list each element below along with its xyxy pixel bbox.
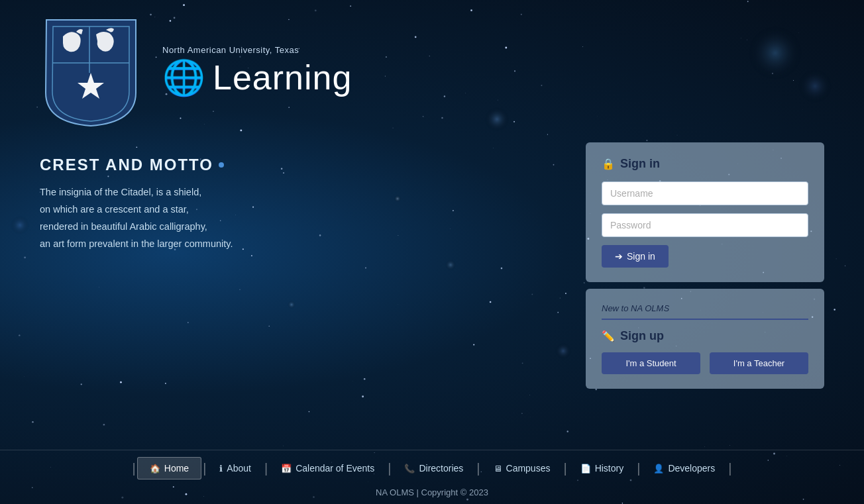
logo-text-area: North American University, Texas 🌐 Learn…: [162, 45, 352, 98]
nav-item-calendar[interactable]: 📅 Calendar of Events: [269, 458, 386, 479]
campuses-icon: 🖥: [494, 464, 502, 474]
signin-button[interactable]: ➔ Sign in: [602, 245, 669, 268]
home-icon: 🏠: [150, 464, 160, 474]
university-name: North American University, Texas: [162, 45, 352, 55]
nav-separator-end: |: [727, 461, 733, 476]
nav-bar: | 🏠 Home | ℹ About | 📅 Calendar of Event…: [0, 450, 864, 483]
nav-item-developers[interactable]: 👤 Developers: [641, 458, 727, 479]
nav-item-about[interactable]: ℹ About: [207, 458, 263, 479]
signup-panel: New to NA OLMS ✏️ Sign up I'm a Student …: [586, 289, 824, 389]
nav-sep-1: |: [201, 461, 207, 476]
nav-sep-2: |: [263, 461, 269, 476]
phone-icon: 📞: [404, 464, 415, 474]
footer: NA OLMS | Copyright © 2023: [0, 483, 864, 504]
nav-sep-4: |: [475, 461, 481, 476]
separator: [602, 319, 808, 320]
developers-icon: 👤: [653, 464, 664, 474]
history-icon: 📄: [580, 464, 591, 474]
nav-item-campuses[interactable]: 🖥 Campuses: [482, 458, 563, 479]
header: North American University, Texas 🌐 Learn…: [0, 0, 864, 142]
nav-sep-6: |: [635, 461, 641, 476]
shield-logo: [40, 13, 142, 129]
about-icon: ℹ: [219, 464, 223, 474]
teacher-button[interactable]: I'm a Teacher: [710, 352, 808, 374]
signin-panel: 🔒 Sign in ➔ Sign in: [586, 142, 824, 282]
signup-buttons: I'm a Student I'm a Teacher: [602, 352, 808, 374]
new-to-label: New to NA OLMS: [602, 303, 808, 313]
main-body: CREST AND MOTTO The insignia of the Cita…: [0, 142, 864, 450]
crest-description: The insignia of the Citadel, is a shield…: [40, 183, 572, 252]
username-input[interactable]: [602, 181, 808, 205]
nav-item-directories[interactable]: 📞 Directories: [392, 458, 475, 479]
password-input[interactable]: [602, 213, 808, 237]
crest-title: CREST AND MOTTO: [40, 156, 572, 174]
learning-title: 🌐 Learning: [162, 58, 352, 98]
signup-title: ✏️ Sign up: [602, 329, 808, 343]
nav-sep-3: |: [386, 461, 392, 476]
edit-icon: ✏️: [602, 330, 615, 342]
student-button[interactable]: I'm a Student: [602, 352, 700, 374]
left-content: CREST AND MOTTO The insignia of the Cita…: [40, 142, 572, 450]
lock-icon: 🔒: [602, 158, 615, 170]
right-panels: 🔒 Sign in ➔ Sign in New to NA OLMS ✏️ Si…: [586, 142, 824, 450]
globe-icon: 🌐: [162, 58, 206, 98]
signin-arrow-icon: ➔: [615, 251, 623, 262]
signin-title: 🔒 Sign in: [602, 157, 808, 171]
calendar-icon: 📅: [281, 464, 292, 474]
nav-item-home[interactable]: 🏠 Home: [137, 457, 201, 479]
app-title: Learning: [213, 58, 352, 97]
nav-sep-5: |: [562, 461, 568, 476]
nav-separator-start: |: [131, 461, 137, 476]
nav-item-history[interactable]: 📄 History: [568, 458, 636, 479]
blue-dot-decoration: [219, 162, 224, 168]
